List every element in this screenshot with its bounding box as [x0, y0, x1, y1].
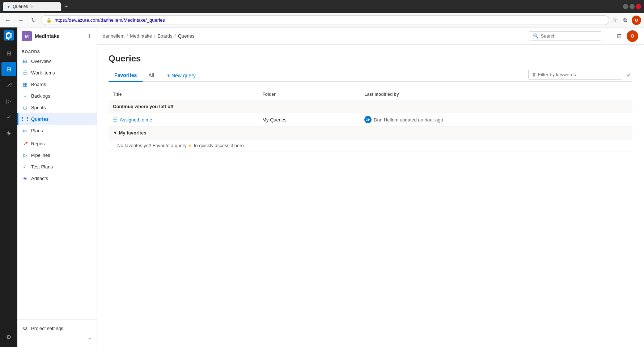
- rail-item-boards[interactable]: ⊟: [1, 62, 16, 76]
- star-icon: ★: [188, 142, 192, 148]
- tab-title: Queries: [13, 4, 28, 9]
- sidebar-item-work-items[interactable]: ☰ Work Items: [17, 67, 97, 78]
- search-input[interactable]: [541, 33, 602, 39]
- overview-icon: ⊞: [22, 58, 28, 64]
- boards-icon: ▦: [22, 81, 28, 87]
- tab-favicon: ●: [7, 4, 10, 9]
- tab-bar: ● Queries × +: [3, 2, 620, 11]
- tab-favorites[interactable]: Favorites: [109, 69, 143, 82]
- pipelines-icon: ▷: [22, 152, 28, 158]
- table-header-row: Title Folder Last modified by: [109, 89, 632, 100]
- rail-item-repos[interactable]: ⎇: [1, 78, 16, 92]
- breadcrumb-sep-2: /: [154, 34, 155, 39]
- modified-avatar: DH: [364, 116, 372, 123]
- tab-close-button[interactable]: ×: [31, 4, 33, 9]
- new-query-button[interactable]: + New query: [163, 70, 200, 81]
- no-favorites-before: No favorites yet! Favorite a query: [117, 143, 188, 148]
- work-items-icon: ☰: [22, 69, 28, 76]
- page-title: Queries: [109, 53, 632, 64]
- sidebar-item-testplans[interactable]: ✓ Test Plans: [17, 161, 97, 172]
- minimize-button[interactable]: −: [623, 4, 628, 9]
- sidebar-item-pipelines[interactable]: ▷ Pipelines: [17, 149, 97, 161]
- sidebar-item-artifacts[interactable]: ◈ Artifacts: [17, 172, 97, 184]
- sidebar-item-sprints[interactable]: ◷ Sprints: [17, 102, 97, 113]
- browser-profile-avatar[interactable]: O: [632, 16, 641, 25]
- project-icon: M: [22, 31, 32, 41]
- sprints-icon: ◷: [22, 104, 28, 111]
- sidebar-item-settings-label: Project settings: [31, 326, 92, 331]
- lock-icon: 🔒: [46, 18, 52, 23]
- filter-input[interactable]: [538, 72, 618, 77]
- rail-bottom: ⚙: [1, 330, 16, 344]
- col-last-modified: Last modified by: [360, 89, 632, 100]
- close-button[interactable]: ×: [636, 4, 641, 9]
- sidebar-item-pipelines-label: Pipelines: [31, 153, 92, 158]
- sidebar-item-plans[interactable]: ▭ Plans: [17, 125, 97, 136]
- back-button[interactable]: ←: [3, 16, 13, 25]
- sidebar-item-boards[interactable]: ▦ Boards: [17, 78, 97, 90]
- bookmark-button[interactable]: ☆: [612, 17, 617, 23]
- rail-item-testplans[interactable]: ✓: [1, 110, 16, 124]
- filter-area: ⧖ ⤢: [528, 70, 632, 81]
- search-box[interactable]: 🔍: [529, 31, 601, 40]
- sidebar-item-project-settings[interactable]: ⚙ Project settings: [17, 322, 97, 334]
- url-bar[interactable]: 🔒 https://dev.azure.com/danhellem/MedInt…: [41, 15, 609, 25]
- tab-all[interactable]: All: [143, 69, 160, 82]
- breadcrumb-medintake[interactable]: MedIntake: [130, 33, 152, 39]
- query-folder-cell: My Queries: [258, 113, 360, 127]
- backlogs-icon: ≡: [22, 93, 28, 99]
- table-row-empty-favorites: No favorites yet! Favorite a query ★ to …: [109, 140, 632, 151]
- top-nav: danhellem / MedIntake / Boards / Queries…: [97, 27, 644, 45]
- repos-icon: ⎇: [22, 140, 28, 147]
- browser-tab-active[interactable]: ● Queries ×: [3, 2, 61, 11]
- new-tab-button[interactable]: +: [62, 3, 70, 10]
- tab-strip: Favorites All + New query: [109, 69, 200, 81]
- sidebar-item-overview[interactable]: ⊞ Overview: [17, 55, 97, 67]
- extensions-button[interactable]: ⧉: [620, 15, 630, 25]
- project-header: M MedIntake +: [17, 27, 97, 45]
- breadcrumb-danhellem[interactable]: danhellem: [103, 33, 124, 39]
- basket-button[interactable]: ⊟: [615, 30, 624, 42]
- favorites-collapse-icon[interactable]: ▼: [113, 130, 118, 136]
- profile-avatar[interactable]: O: [627, 30, 638, 42]
- address-bar: ← → ↻ 🔒 https://dev.azure.com/danhellem/…: [0, 13, 644, 27]
- top-nav-actions: 🔍 ≡ ⊟ O: [529, 30, 638, 42]
- sidebar-section-boards: Boards: [17, 45, 97, 55]
- artifacts-icon: ◈: [22, 175, 28, 181]
- rail-item-overview[interactable]: ⊞: [1, 46, 16, 60]
- azure-devops-logo[interactable]: [4, 30, 14, 42]
- sidebar-item-overview-label: Overview: [31, 59, 92, 64]
- empty-favorites-cell: No favorites yet! Favorite a query ★ to …: [109, 140, 632, 151]
- project-name: MedIntake: [35, 33, 84, 39]
- notifications-button[interactable]: ≡: [604, 31, 612, 42]
- sidebar-item-queries[interactable]: ⋮⋮ Queries: [17, 113, 97, 125]
- breadcrumb-boards[interactable]: Boards: [157, 33, 172, 39]
- rail-item-artifacts[interactable]: ◈: [1, 125, 16, 140]
- table-head: Title Folder Last modified by: [109, 89, 632, 100]
- expand-button[interactable]: ⤢: [625, 70, 632, 79]
- refresh-button[interactable]: ↻: [29, 15, 38, 25]
- query-link-assigned-to-me[interactable]: ☰ Assigned to me: [113, 117, 254, 123]
- rail-item-settings[interactable]: ⚙: [1, 330, 16, 344]
- query-table: Title Folder Last modified by Continue w…: [109, 89, 632, 151]
- sidebar-footer: ⚙ Project settings «: [17, 319, 97, 347]
- maximize-button[interactable]: □: [630, 4, 635, 9]
- sidebar-item-sprints-label: Sprints: [31, 105, 92, 110]
- settings-icon: ⚙: [22, 325, 28, 331]
- sidebar-item-artifacts-label: Artifacts: [31, 176, 92, 181]
- filter-bar[interactable]: ⧖: [528, 70, 622, 80]
- forward-button[interactable]: →: [16, 16, 26, 25]
- tab-strip-container: Favorites All + New query ⧖ ⤢: [109, 69, 632, 82]
- sidebar-item-repos[interactable]: ⎇ Repos: [17, 138, 97, 149]
- table-body: Continue where you left off ☰ Assigned t…: [109, 100, 632, 151]
- add-project-button[interactable]: +: [87, 32, 92, 41]
- sidebar-item-testplans-label: Test Plans: [31, 164, 92, 170]
- rail-item-pipelines[interactable]: ▷: [1, 94, 16, 108]
- content-area: Queries Favorites All + New query ⧖ ⤢: [97, 45, 644, 347]
- testplans-icon: ✓: [22, 163, 28, 170]
- sidebar-item-repos-label: Repos: [31, 141, 92, 146]
- sidebar-collapse-button[interactable]: «: [17, 334, 97, 344]
- sidebar-item-backlogs[interactable]: ≡ Backlogs: [17, 90, 97, 102]
- sidebar-item-queries-label: Queries: [31, 116, 92, 122]
- filter-icon: ⧖: [532, 72, 536, 78]
